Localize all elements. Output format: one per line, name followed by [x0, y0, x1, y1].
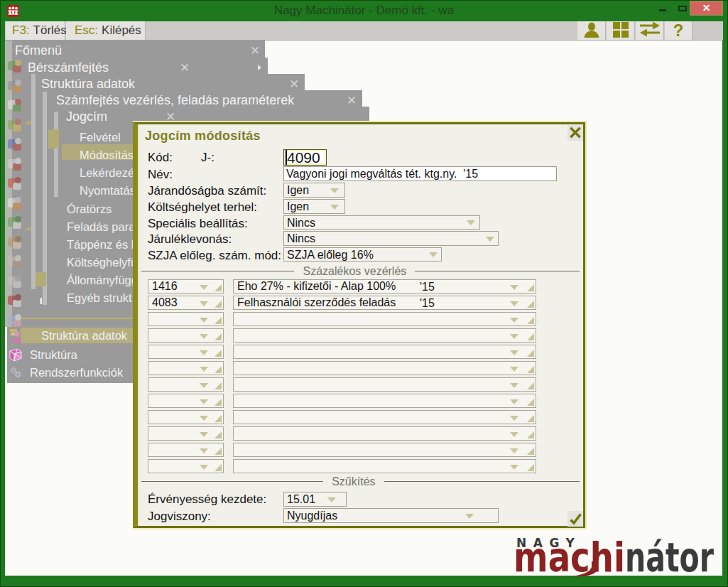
ervenyesseg-select[interactable]: 15.01: [283, 492, 347, 507]
menu-item-tappenz[interactable]: Táppénz és b: [67, 238, 138, 252]
cart-icon[interactable]: [8, 79, 21, 92]
logo-brand-red: machi: [514, 534, 625, 577]
close-icon[interactable]: ✕: [165, 111, 175, 123]
percent-code-combo[interactable]: [148, 328, 224, 343]
szja-select[interactable]: SZJA előleg 16%: [283, 247, 442, 262]
menu-item-rendszerfunkciok[interactable]: Rendszerfunkciók: [30, 366, 123, 379]
combo-corner-icon: [527, 448, 534, 455]
jarandosagba-label: Járandóságba számít:: [148, 184, 266, 198]
percent-code-combo[interactable]: [148, 443, 224, 457]
modules-button[interactable]: [607, 21, 635, 40]
menu-item-koltseghelyfuggo[interactable]: Költséghelyfü: [67, 256, 137, 269]
section-line: [141, 271, 294, 271]
basket-icon[interactable]: [8, 59, 21, 72]
percent-code-combo[interactable]: 1416: [148, 279, 224, 294]
exit-button[interactable]: Esc:Kilépés: [66, 21, 146, 40]
close-icon[interactable]: ✕: [250, 45, 260, 57]
nev-input[interactable]: Vagyoni jogi megváltás tét. ktg.ny. '15: [283, 166, 557, 181]
menu-item-felvetel[interactable]: Felvétel: [80, 131, 121, 144]
ok-checkmark-button[interactable]: [567, 511, 583, 527]
switch-button[interactable]: [636, 21, 664, 40]
app-icon: [7, 5, 19, 17]
book-icon[interactable]: [8, 215, 21, 229]
field-value: 15.01: [287, 493, 315, 505]
papers-icon[interactable]: [8, 254, 21, 268]
menu-item-allomanyfuggo[interactable]: Állományfügg: [67, 274, 138, 287]
percent-code-combo[interactable]: [148, 345, 224, 359]
menu-item-feladas-param[interactable]: Feladás para: [67, 220, 135, 234]
percent-desc-combo[interactable]: [233, 377, 536, 392]
jarulek-select[interactable]: Nincs: [283, 231, 499, 246]
percent-desc-combo[interactable]: [233, 328, 536, 343]
chevron-down-icon: [327, 497, 336, 502]
percent-desc-combo[interactable]: Eho 27% - kifizetői - Alap 100% '15: [233, 279, 536, 294]
percent-desc-combo[interactable]: [233, 361, 536, 375]
blocks-icon[interactable]: [8, 137, 21, 151]
struktura-cube-icon: [9, 348, 23, 362]
delete-button[interactable]: F3:Törlés: [6, 21, 65, 40]
package-icon[interactable]: [8, 235, 21, 249]
menu-item-struktura[interactable]: Struktúra: [30, 348, 77, 362]
dialog-close-button[interactable]: [567, 125, 583, 141]
menu-scrollbar-thumb[interactable]: [36, 272, 46, 286]
percent-code-combo[interactable]: [148, 312, 224, 326]
combo-corner-icon: [527, 333, 534, 340]
flag-icon[interactable]: [8, 98, 21, 112]
field-value: 4083: [152, 296, 178, 308]
percent-desc-combo[interactable]: [233, 312, 536, 326]
percent-code-combo[interactable]: [148, 426, 224, 441]
percent-desc-combo[interactable]: [233, 394, 536, 408]
user-button[interactable]: [577, 21, 606, 40]
help-button[interactable]: ?: [665, 21, 692, 40]
percent-code-combo[interactable]: [148, 410, 224, 424]
menu-item-struktura-adatok-selected[interactable]: Struktúra adatok: [41, 329, 127, 343]
percent-desc-combo[interactable]: [233, 426, 536, 441]
menu-item-lekerdezes[interactable]: Lekérdezé: [80, 166, 134, 180]
menu-scrollbar-track[interactable]: [54, 112, 58, 197]
window-border-bottom: [0, 576, 728, 587]
percent-desc-combo[interactable]: [233, 443, 536, 457]
percent-code-combo[interactable]: [148, 394, 224, 408]
close-icon[interactable]: ✕: [347, 95, 357, 107]
kod-sublabel: J-:: [201, 151, 214, 165]
percent-desc-combo[interactable]: [233, 410, 536, 424]
checkmark-icon: [567, 511, 583, 527]
menu-item-nyomtatas[interactable]: Nyomtatás: [80, 184, 136, 198]
close-icon[interactable]: ✕: [289, 78, 299, 90]
menu-scrollbar-thumb[interactable]: [48, 129, 59, 149]
menu-item-egyeb-struktura[interactable]: Egyéb strukt: [67, 291, 132, 305]
chevron-down-icon: [200, 448, 208, 453]
percent-code-combo[interactable]: [148, 459, 224, 473]
menu-scrollbar-tick: [26, 227, 31, 230]
jogviszony-select[interactable]: Nyugdíjas: [283, 508, 499, 523]
section-filter-title: Szűkítés: [323, 475, 384, 488]
folder-icon[interactable]: [8, 176, 21, 190]
menu-scrollbar-track[interactable]: [31, 74, 36, 289]
percent-code-combo[interactable]: 4083: [148, 296, 224, 310]
koltseghelyet-select[interactable]: Igen: [283, 199, 345, 214]
menu-item-modositas-selected[interactable]: Módosítás: [80, 149, 134, 162]
percent-desc-combo[interactable]: [233, 459, 536, 473]
flask-icon[interactable]: [8, 196, 21, 210]
combo-corner-icon: [214, 415, 222, 422]
field-value: SZJA előleg 16%: [287, 249, 374, 261]
close-icon[interactable]: ✕: [180, 62, 190, 74]
dialog-jogcim-modositas: Jogcím módosítás Kód: J-: 4090 Név: Vagy…: [133, 122, 585, 528]
archive-icon[interactable]: [8, 274, 21, 288]
close-button[interactable]: ✕: [690, 1, 723, 16]
chevron-down-icon: [510, 301, 518, 306]
clipboard-icon[interactable]: [8, 157, 21, 171]
specialis-select[interactable]: Nincs: [283, 215, 480, 230]
jarandosagba-select[interactable]: Igen: [283, 183, 345, 198]
truck-icon[interactable]: [8, 294, 21, 307]
menu-item-oratorzs[interactable]: Óratörzs: [67, 203, 112, 216]
chevron-down-icon: [486, 237, 494, 242]
photo-icon[interactable]: [8, 313, 21, 327]
percent-desc-combo[interactable]: Felhasználói szerződés feladás '15: [233, 296, 536, 310]
chevron-down-icon: [510, 285, 518, 290]
kod-input[interactable]: 4090: [283, 149, 327, 166]
coins-icon[interactable]: [8, 118, 21, 131]
percent-desc-combo[interactable]: [233, 345, 536, 359]
percent-code-combo[interactable]: [148, 377, 224, 392]
percent-code-combo[interactable]: [148, 361, 224, 375]
